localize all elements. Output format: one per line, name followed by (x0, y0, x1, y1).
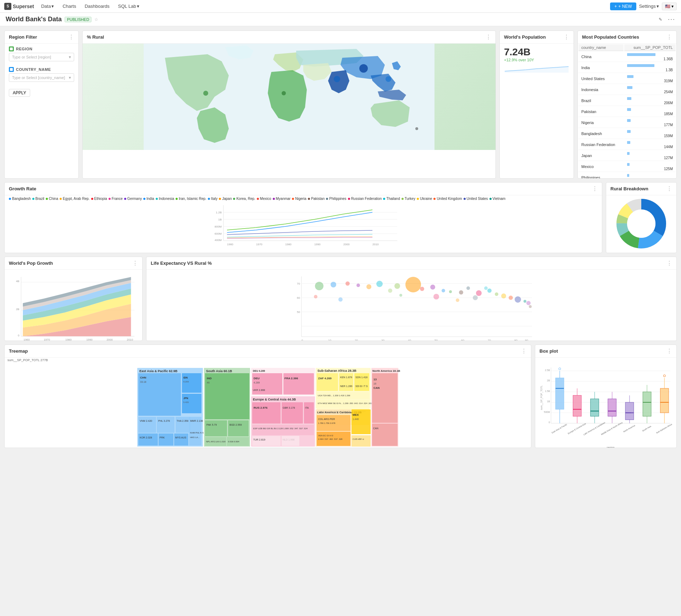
settings-menu[interactable]: Settings ▾ (639, 4, 659, 9)
world-pop-menu[interactable]: ⋮ (564, 34, 569, 40)
treemap-container: East Asia & Pacific 62.9B CHN 33.18 IDN … (5, 363, 531, 448)
svg-point-99 (433, 294, 439, 299)
pop-table-body: China1.36BIndia1.3BUnited States319MIndo… (578, 52, 676, 178)
svg-text:500M: 500M (544, 411, 550, 413)
rural-menu[interactable]: ⋮ (666, 185, 672, 192)
svg-text:2000: 2000 (106, 338, 113, 341)
nav-dashboards[interactable]: Dashboards (83, 4, 111, 9)
legend-item: Russian Federation (348, 197, 382, 201)
svg-rect-133 (205, 373, 249, 419)
nav-charts[interactable]: Charts (61, 4, 77, 9)
life-exp-menu[interactable]: ⋮ (666, 260, 672, 267)
nav-data[interactable]: Data ▾ (40, 4, 55, 9)
svg-text:33.18: 33.18 (140, 381, 146, 383)
svg-text:ESP UZB BEI GR BL BU 2.128 1.0: ESP UZB BEI GR BL BU 2.128 1.008 .552 .5… (253, 427, 308, 430)
svg-rect-159 (252, 436, 314, 446)
svg-text:HKG LA...: HKG LA... (190, 436, 200, 438)
legend-item: Italy (208, 197, 217, 201)
legend-label: Iran, Islamic Rep. (179, 197, 206, 201)
chevron-down-icon-lang: ▾ (671, 4, 674, 9)
legend-dot-icon (292, 198, 294, 200)
svg-text:CAN: CAN (373, 386, 380, 390)
svg-rect-1 (10, 68, 13, 71)
legend-label: United Kingdom (437, 197, 462, 201)
growth-chart-area: 1.2B 1B 800M 600M 400M 1960 1970 1980 19… (5, 202, 602, 248)
svg-point-91 (509, 296, 513, 300)
legend-item: Pakistan (308, 197, 325, 201)
svg-text:PAK 5.79: PAK 5.79 (206, 424, 217, 426)
svg-point-6 (282, 91, 286, 95)
country-select[interactable]: Type or Select [country_name] ▾ (9, 73, 74, 82)
legend-dot-icon (124, 198, 126, 200)
pop-growth-header: World's Pop Growth ⋮ (5, 257, 142, 270)
legend-label: Vietnam (493, 197, 506, 201)
map-header: % Rural ⋮ (83, 31, 495, 44)
table-row: China1.36B (578, 52, 676, 62)
svg-text:13: 13 (373, 378, 377, 381)
svg-point-88 (487, 289, 492, 293)
svg-text:VNM 2.420: VNM 2.420 (140, 420, 152, 422)
svg-rect-119 (176, 417, 190, 433)
most-pop-menu[interactable]: ⋮ (666, 34, 672, 40)
growth-menu[interactable]: ⋮ (592, 185, 598, 192)
legend-item: Korea, Rep. (233, 197, 255, 201)
svg-text:90: 90 (525, 339, 528, 341)
apply-button[interactable]: APPLY (9, 89, 30, 97)
rural-title: Rural Breakdown (610, 186, 648, 191)
legend-dot-icon (9, 198, 11, 200)
box-plot-menu[interactable]: ⋮ (666, 348, 672, 354)
legend-dot-icon (326, 198, 328, 200)
logo[interactable]: S Superset (4, 3, 34, 10)
svg-text:JPN: JPN (183, 397, 188, 399)
treemap-header: Treemap ⋮ (5, 345, 531, 358)
pencil-icon[interactable]: ✎ (659, 17, 662, 22)
pop-cell: 1.36B (624, 52, 676, 62)
svg-text:South Asia: South Asia (642, 425, 652, 432)
col-country: country_name (578, 44, 624, 51)
svg-text:800M: 800M (215, 225, 222, 228)
region-label: REGION (16, 47, 32, 51)
svg-point-90 (501, 293, 506, 298)
region-select[interactable]: Type or Select [region] ▾ (9, 53, 74, 61)
most-pop-table-container[interactable]: country_name sum__SP_POP_TOTL China1.36B… (578, 44, 676, 178)
legend-dot-icon (91, 198, 93, 200)
legend-dot-icon (233, 198, 235, 200)
pop-growth-menu[interactable]: ⋮ (132, 260, 138, 267)
more-icon[interactable]: ··· (668, 16, 675, 23)
legend-dot-icon (219, 198, 221, 200)
pop-cell: 254M (624, 85, 676, 95)
legend-label: United States (467, 197, 488, 201)
legend-item: Bangladesh (9, 197, 31, 201)
new-button[interactable]: + + NEW (610, 2, 636, 10)
legend-label: Nigeria (295, 197, 306, 201)
world-map-svg (83, 44, 495, 150)
svg-text:PRK: PRK (160, 436, 165, 439)
svg-text:North America: North America (623, 424, 636, 433)
logo-icon: S (4, 3, 11, 10)
growth-rate-panel: Growth Rate ⋮ BangladeshBrazilChinaEgypt… (4, 182, 602, 253)
region-filter-menu[interactable]: ⋮ (68, 34, 74, 40)
country-cell: Indonesia (578, 85, 624, 95)
table-row: Bangladesh159M (578, 129, 676, 139)
country-placeholder: Type or Select [country_name] (12, 75, 65, 80)
language-button[interactable]: 🇺🇸 ▾ (662, 2, 677, 10)
svg-text:1B: 1B (547, 400, 550, 403)
legend-item: Mexico (257, 197, 271, 201)
svg-point-97 (456, 298, 459, 302)
svg-rect-170 (317, 373, 338, 391)
svg-text:North America 18.1B: North America 18.1B (372, 369, 400, 373)
pop-growth-title: World's Pop Growth (9, 261, 53, 266)
svg-text:FRA 2.386: FRA 2.386 (284, 377, 298, 380)
svg-text:RUS 2.976: RUS 2.976 (254, 406, 268, 409)
svg-text:1990: 1990 (314, 243, 321, 246)
star-icon[interactable]: ☆ (94, 17, 98, 22)
legend-label: Ukraine (420, 197, 432, 201)
svg-rect-249 (643, 392, 651, 416)
row-3: World's Pop Growth ⋮ 4B 2B 0 1960 (4, 257, 677, 341)
nav-sqllab[interactable]: SQL Lab ▾ (117, 4, 141, 9)
treemap-menu[interactable]: ⋮ (521, 348, 527, 354)
table-header-row: country_name sum__SP_POP_TOTL (578, 44, 676, 51)
map-menu[interactable]: ⋮ (486, 34, 491, 40)
legend-label: Turkey (405, 197, 415, 201)
row-4: Treemap ⋮ sum__SP_POP_TOTL 277B East Asi… (4, 345, 677, 448)
